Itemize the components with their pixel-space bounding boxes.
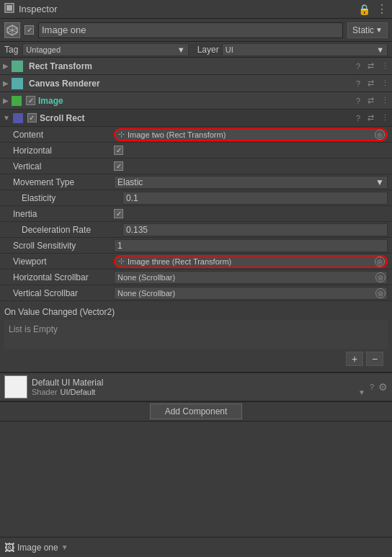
menu-icon[interactable]: ⋮ (376, 2, 388, 16)
layer-arrow: ▼ (376, 45, 384, 54)
svg-rect-1 (6, 5, 12, 11)
vertical-scrollbar-field[interactable]: None (Scrollbar) ◎ (114, 287, 388, 300)
viewport-label: Viewport (13, 257, 114, 267)
material-section: Default UI Material Shader UI/Default ▼ … (0, 373, 392, 401)
scroll-rect-help[interactable]: ? (356, 114, 360, 122)
tag-layer-row: Tag Untagged ▼ Layer UI ▼ (0, 42, 392, 58)
event-list: List is Empty (4, 320, 388, 349)
deceleration-input[interactable]: 0.135 (122, 223, 388, 236)
movement-type-label: Movement Type (13, 177, 114, 187)
image-help[interactable]: ? (356, 97, 360, 105)
scroll-rect-header[interactable]: ▼ Scroll Rect ? ⇄ ⋮ (0, 110, 392, 127)
deceleration-label: Deceleration Rate (22, 225, 122, 235)
material-info: Default UI Material Shader UI/Default ▼ (32, 378, 365, 396)
status-arrow[interactable]: ▼ (61, 543, 68, 551)
canvas-renderer-header[interactable]: ▶ Canvas Renderer ? ⇄ ⋮ (0, 75, 392, 92)
horizontal-label: Horizontal (13, 146, 114, 156)
canvas-renderer-icon (12, 78, 23, 89)
material-preview (4, 375, 27, 398)
add-component-button[interactable]: Add Component (150, 404, 243, 419)
canvas-renderer-dots[interactable]: ⋮ (381, 79, 389, 88)
viewport-field-icon: ⊹ (118, 257, 125, 266)
content-label: Content (13, 130, 114, 140)
scroll-sensitivity-row: Scroll Sensitivity 1 (0, 238, 392, 254)
static-button[interactable]: Static ▼ (347, 22, 388, 38)
inspector-title: Inspector (19, 4, 57, 14)
content-field-icon: ⊹ (118, 130, 125, 139)
movement-type-row: Movement Type Elastic ▼ (0, 174, 392, 190)
rect-transform-icon (12, 61, 23, 72)
object-title-row: Image one Static ▼ (0, 19, 392, 42)
scroll-sensitivity-input[interactable]: 1 (114, 239, 388, 252)
lock-icon[interactable]: 🔒 (358, 4, 370, 15)
canvas-renderer-help[interactable]: ? (356, 79, 360, 88)
scroll-rect-enabled-checkbox[interactable] (27, 113, 37, 122)
horizontal-checkbox[interactable] (114, 146, 123, 155)
image-settings[interactable]: ⇄ (368, 96, 374, 105)
tag-dropdown[interactable]: Untagged ▼ (22, 43, 188, 56)
layer-dropdown[interactable]: UI ▼ (222, 43, 388, 56)
tag-arrow: ▼ (177, 45, 185, 54)
viewport-field[interactable]: ⊹ Image three (Rect Transform) ◎ (114, 255, 388, 268)
horizontal-scrollbar-pick[interactable]: ◎ (375, 272, 386, 282)
object-name-input[interactable]: Image one (38, 22, 343, 38)
canvas-renderer-triangle: ▶ (3, 79, 9, 87)
object-enabled-checkbox[interactable] (24, 25, 34, 35)
horizontal-scrollbar-label: Horizontal Scrollbar (13, 272, 114, 282)
scroll-rect-settings[interactable]: ⇄ (368, 113, 374, 122)
movement-type-arrow: ▼ (375, 177, 384, 187)
viewport-row: Viewport ⊹ Image three (Rect Transform) … (0, 254, 392, 269)
object-3d-icon (4, 22, 20, 38)
material-name: Default UI Material (32, 378, 365, 388)
inspector-icon (4, 3, 14, 15)
tag-label: Tag (4, 45, 18, 55)
elasticity-input[interactable]: 0.1 (122, 192, 388, 205)
horizontal-scrollbar-field[interactable]: None (Scrollbar) ◎ (114, 271, 388, 284)
status-bar: 🖼 Image one ▼ https://blog.csdn.net/xinz… (0, 537, 392, 557)
scroll-rect-icon (13, 113, 23, 123)
horizontal-scrollbar-row: Horizontal Scrollbar None (Scrollbar) ◎ (0, 269, 392, 285)
material-gear[interactable]: ⚙ (378, 381, 388, 393)
image-icon (12, 96, 22, 106)
add-event-button[interactable]: + (346, 352, 363, 366)
movement-type-dropdown[interactable]: Elastic ▼ (114, 176, 388, 189)
image-enabled-checkbox[interactable] (26, 96, 35, 105)
event-header: On Value Changed (Vector2) (4, 304, 388, 320)
content-row: Content ⊹ Image two (Rect Transform) ◎ (0, 127, 392, 143)
shader-value: UI/Default (60, 388, 355, 396)
rect-transform-header[interactable]: ▶ Rect Transform ? ⇄ ⋮ (0, 58, 392, 75)
elasticity-label: Elasticity (22, 193, 122, 203)
image-header[interactable]: ▶ Image ? ⇄ ⋮ (0, 92, 392, 110)
vertical-checkbox[interactable] (114, 161, 123, 171)
image-triangle: ▶ (3, 97, 9, 104)
content-field[interactable]: ⊹ Image two (Rect Transform) ◎ (114, 128, 388, 141)
deceleration-row: Deceleration Rate 0.135 (0, 222, 392, 238)
vertical-scrollbar-pick[interactable]: ◎ (375, 288, 386, 298)
scroll-rect-dots[interactable]: ⋮ (381, 113, 389, 122)
static-dropdown-arrow: ▼ (375, 26, 383, 34)
canvas-renderer-settings[interactable]: ⇄ (368, 79, 374, 88)
rect-transform-settings[interactable]: ⇄ (368, 61, 374, 71)
layer-label: Layer (197, 45, 219, 55)
event-footer: + − (4, 349, 388, 369)
elasticity-row: Elasticity 0.1 (0, 190, 392, 206)
inspector-header: Inspector 🔒 ⋮ (0, 0, 392, 19)
viewport-pick-button[interactable]: ◎ (375, 257, 385, 267)
vertical-label: Vertical (13, 161, 114, 171)
rect-transform-dots[interactable]: ⋮ (381, 61, 389, 71)
inertia-checkbox[interactable] (114, 209, 123, 218)
image-dots[interactable]: ⋮ (381, 96, 389, 105)
scroll-rect-triangle: ▼ (3, 114, 10, 122)
content-pick-button[interactable]: ◎ (375, 130, 385, 140)
scroll-sensitivity-label: Scroll Sensitivity (13, 241, 114, 251)
status-icon: 🖼 (4, 542, 14, 553)
inertia-row: Inertia (0, 206, 392, 222)
material-help[interactable]: ? (370, 383, 374, 391)
horizontal-row: Horizontal (0, 143, 392, 159)
remove-event-button[interactable]: − (366, 352, 383, 366)
rect-transform-help[interactable]: ? (356, 62, 360, 71)
shader-arrow[interactable]: ▼ (358, 388, 365, 396)
scroll-rect-section: Content ⊹ Image two (Rect Transform) ◎ H… (0, 127, 392, 301)
shader-label: Shader (32, 388, 57, 396)
vertical-scrollbar-label: Vertical Scrollbar (13, 288, 114, 298)
